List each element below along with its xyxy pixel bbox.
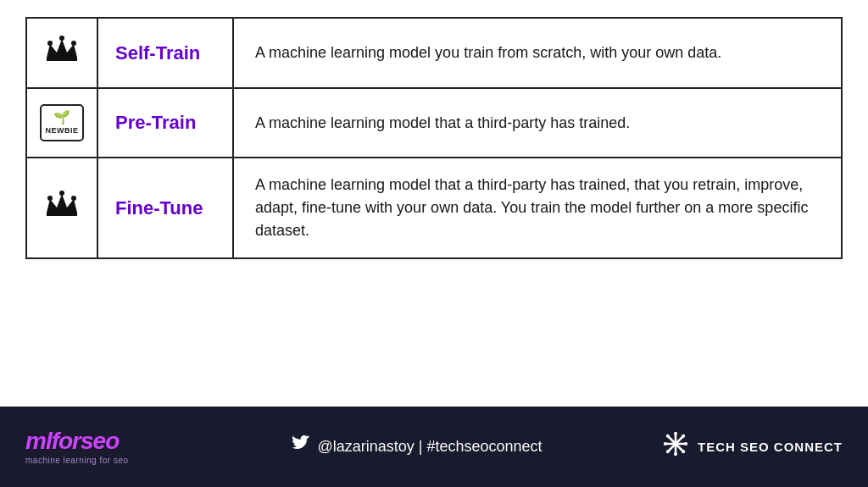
icon-cell-self-train [26, 18, 97, 88]
crown-icon [43, 34, 81, 72]
svg-point-12 [664, 442, 667, 445]
desc-fine-tune: A machine learning model that a third-pa… [233, 158, 842, 258]
snowflake-icon [662, 430, 689, 463]
svg-point-10 [674, 432, 677, 435]
table-row: Fine-Tune A machine learning model that … [26, 158, 842, 258]
term-pre-train: Pre-Train [97, 88, 233, 158]
ml-logo-subtitle: machine learning for seo [25, 456, 178, 465]
main-content: Self-Train A machine learning model you … [0, 0, 868, 407]
svg-point-13 [684, 442, 687, 445]
svg-point-18 [673, 441, 678, 446]
svg-point-11 [674, 452, 677, 456]
term-self-train: Self-Train [97, 18, 233, 88]
newbie-badge-icon: 🌱 NEWBIE [40, 104, 84, 141]
tech-seo-brand-text: TECH SEO CONNECT [698, 440, 843, 455]
svg-point-16 [666, 450, 670, 453]
crown-icon-2 [43, 189, 81, 227]
desc-self-train: A machine learning model you train from … [233, 18, 842, 88]
icon-cell-fine-tune [26, 158, 97, 258]
svg-point-5 [71, 196, 76, 201]
footer-bar: mlforseo machine learning for seo @lazar… [0, 407, 868, 487]
desc-pre-train: A machine learning model that a third-pa… [233, 88, 842, 158]
svg-point-15 [682, 434, 685, 438]
footer-logo: mlforseo machine learning for seo [25, 429, 178, 465]
footer-social: @lazarinastoy | #techseoconnect [178, 435, 656, 458]
svg-point-1 [59, 36, 64, 41]
table-row: Self-Train A machine learning model you … [26, 18, 842, 88]
tech-seo-logo: TECH SEO CONNECT [662, 430, 843, 463]
icon-cell-pre-train: 🌱 NEWBIE [26, 88, 97, 158]
svg-point-17 [682, 450, 685, 453]
ml-logo-text: mlforseo [25, 429, 178, 453]
footer-brand: TECH SEO CONNECT [656, 430, 843, 463]
footer-handle: @lazarinastoy | #techseoconnect [317, 438, 542, 456]
svg-point-14 [666, 434, 670, 438]
svg-point-2 [71, 41, 76, 46]
definitions-table: Self-Train A machine learning model you … [25, 17, 843, 259]
leaf-icon: 🌱 [53, 111, 70, 125]
table-row: 🌱 NEWBIE Pre-Train A machine learning mo… [26, 88, 842, 158]
term-fine-tune: Fine-Tune [97, 158, 233, 258]
newbie-label: NEWBIE [46, 126, 79, 135]
svg-point-0 [47, 41, 53, 46]
svg-point-3 [47, 196, 53, 201]
twitter-icon [292, 435, 310, 458]
svg-point-4 [59, 191, 64, 196]
